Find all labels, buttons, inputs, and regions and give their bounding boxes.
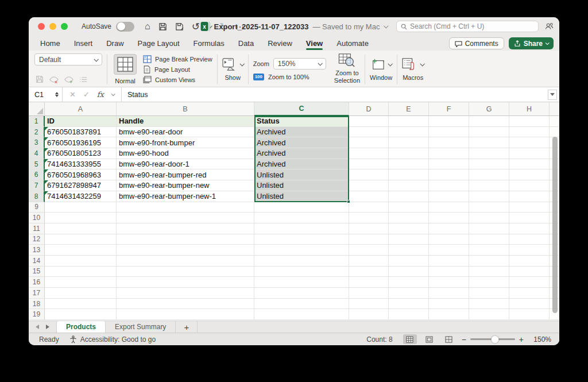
cell-C10[interactable]	[254, 213, 349, 223]
cell-E10[interactable]	[389, 213, 429, 223]
row-header-7[interactable]: 7	[29, 180, 45, 191]
cell-G8[interactable]	[469, 191, 509, 202]
cell-E11[interactable]	[389, 223, 429, 234]
next-sheet-icon[interactable]	[46, 325, 49, 329]
cell-A7[interactable]: 6791627898947	[45, 180, 117, 191]
zoom-slider[interactable]	[470, 338, 515, 340]
tab-home[interactable]: Home	[40, 36, 60, 51]
cell-H14[interactable]	[509, 256, 550, 267]
cell-H1[interactable]	[509, 116, 550, 127]
cell-B19[interactable]	[117, 309, 254, 320]
cell-G15[interactable]	[469, 267, 509, 277]
zoom-percentage[interactable]: 150%	[529, 335, 551, 344]
status-page-break-button[interactable]	[442, 334, 456, 344]
cell-B15[interactable]	[117, 267, 254, 277]
row-header-2[interactable]: 2	[29, 127, 45, 138]
column-header-c[interactable]: C	[254, 102, 349, 116]
row-header-10[interactable]: 10	[29, 213, 45, 223]
cell-G9[interactable]	[469, 202, 509, 213]
tab-page-layout[interactable]: Page Layout	[138, 36, 180, 51]
column-header-g[interactable]: G	[469, 102, 509, 116]
cell-A4[interactable]: 6760501805123	[45, 148, 117, 159]
row-header-13[interactable]: 13	[29, 245, 45, 256]
search-input[interactable]: Search (Cmd + Ctrl + U)	[396, 21, 539, 32]
column-header-e[interactable]: E	[389, 102, 429, 116]
cell-D16[interactable]	[349, 277, 389, 288]
name-box-stepper[interactable]	[55, 92, 59, 97]
cell-A1[interactable]: ID	[45, 116, 117, 127]
cell-B18[interactable]	[117, 299, 254, 310]
cell-G19[interactable]	[469, 309, 509, 320]
minimize-window-button[interactable]	[49, 23, 56, 30]
cell-F4[interactable]	[429, 148, 469, 159]
tab-formulas[interactable]: Formulas	[194, 36, 225, 51]
cell-F15[interactable]	[429, 267, 469, 277]
cell-D1[interactable]	[349, 116, 389, 127]
cell-A16[interactable]	[45, 277, 117, 288]
window-group[interactable]: Window	[370, 53, 392, 85]
cell-D6[interactable]	[349, 169, 389, 180]
cell-F17[interactable]	[429, 288, 469, 299]
cell-A6[interactable]: 6760501968963	[45, 169, 117, 180]
cell-A11[interactable]	[45, 223, 117, 234]
sheet-tab-products[interactable]: Products	[56, 321, 106, 333]
cell-C17[interactable]	[254, 288, 349, 299]
cell-C2[interactable]: Archived	[254, 127, 349, 138]
cell-A2[interactable]: 6760501837891	[45, 127, 117, 138]
cell-B13[interactable]	[117, 245, 254, 256]
share-people-icon[interactable]	[545, 22, 554, 32]
column-header-a[interactable]: A	[45, 102, 117, 116]
cell-G5[interactable]	[469, 159, 509, 170]
cell-F18[interactable]	[429, 299, 469, 310]
column-header-h[interactable]: H	[509, 102, 550, 116]
cell-A9[interactable]	[45, 202, 117, 213]
close-window-button[interactable]	[38, 23, 45, 30]
cell-E1[interactable]	[389, 116, 429, 127]
cell-H11[interactable]	[509, 223, 550, 234]
cell-B2[interactable]: bmw-e90-rear-door	[117, 127, 254, 138]
row-header-8[interactable]: 8	[29, 191, 45, 202]
cell-E12[interactable]	[389, 234, 429, 245]
macros-group[interactable]: Macros	[402, 53, 424, 85]
cell-C4[interactable]: Archived	[254, 148, 349, 159]
cell-B4[interactable]: bmw-e90-hood	[117, 148, 254, 159]
cell-E2[interactable]	[389, 127, 429, 138]
cell-F9[interactable]	[429, 202, 469, 213]
cell-C7[interactable]: Unlisted	[254, 180, 349, 191]
cell-E9[interactable]	[389, 202, 429, 213]
autosave-toggle[interactable]	[116, 22, 134, 32]
show-group[interactable]: Show	[222, 53, 243, 85]
column-header-d[interactable]: D	[349, 102, 389, 116]
select-all-corner[interactable]	[29, 102, 45, 116]
cell-H12[interactable]	[509, 234, 550, 245]
cell-G2[interactable]	[469, 127, 509, 138]
tab-draw[interactable]: Draw	[106, 36, 123, 51]
cell-F2[interactable]	[429, 127, 469, 138]
cell-B1[interactable]: Handle	[117, 116, 254, 127]
cell-D2[interactable]	[349, 127, 389, 138]
cell-A17[interactable]	[45, 288, 117, 299]
cell-C1[interactable]: Status	[254, 116, 349, 127]
custom-views-button[interactable]: Custom Views	[143, 76, 212, 83]
cell-H17[interactable]	[509, 288, 550, 299]
cell-B11[interactable]	[117, 223, 254, 234]
home-icon[interactable]: ⌂	[145, 22, 150, 31]
cell-B8[interactable]: bmw-e90-rear-bumper-new-1	[117, 191, 254, 202]
cell-E13[interactable]	[389, 245, 429, 256]
cell-G18[interactable]	[469, 299, 509, 310]
cell-D11[interactable]	[349, 223, 389, 234]
sheet-view-dropdown[interactable]: Default	[34, 53, 102, 65]
row-header-9[interactable]: 9	[29, 202, 45, 213]
zoom-in-icon[interactable]: +	[519, 335, 524, 344]
cell-C16[interactable]	[254, 277, 349, 288]
cell-D8[interactable]	[349, 191, 389, 202]
zoom-slider-thumb[interactable]	[491, 335, 498, 343]
cell-A12[interactable]	[45, 234, 117, 245]
row-header-3[interactable]: 3	[29, 137, 45, 148]
cell-B17[interactable]	[117, 288, 254, 299]
cell-D15[interactable]	[349, 267, 389, 277]
cell-C8[interactable]: Unlisted	[254, 191, 349, 202]
page-layout-button[interactable]: Page Layout	[143, 65, 212, 74]
cell-H10[interactable]	[509, 213, 550, 223]
cell-H13[interactable]	[509, 245, 550, 256]
